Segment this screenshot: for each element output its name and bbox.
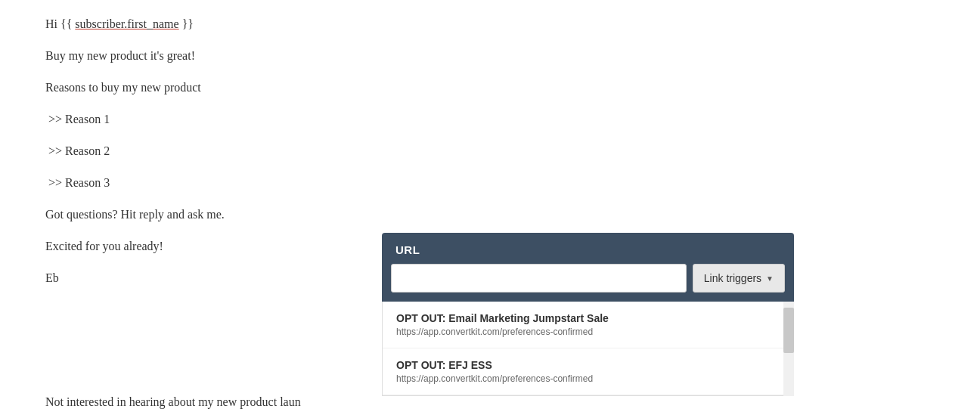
greeting-line: Hi {{ subscriber.first_name }} — [45, 15, 560, 33]
buy-line: Buy my new product it's great! — [45, 47, 560, 65]
dropdown-item-url-1: https://app.convertkit.com/preferences-c… — [396, 373, 772, 384]
url-popup-header: URL — [382, 233, 794, 264]
greeting-suffix: }} — [179, 17, 194, 30]
greeting-prefix: Hi {{ — [45, 17, 75, 30]
url-input[interactable] — [391, 264, 687, 293]
dropdown-item-title-0: OPT OUT: Email Marketing Jumpstart Sale — [396, 312, 772, 324]
link-triggers-arrow: ▼ — [766, 274, 774, 283]
link-triggers-label: Link triggers — [704, 272, 761, 284]
dropdown-item-title-1: OPT OUT: EFJ ESS — [396, 359, 772, 371]
url-popup: URL Link triggers ▼ OPT OUT: Email Marke… — [382, 233, 794, 396]
dropdown-wrapper: OPT OUT: Email Marketing Jumpstart Sale … — [382, 302, 794, 396]
link-triggers-button[interactable]: Link triggers ▼ — [693, 264, 785, 293]
reason-3: >> Reason 3 — [45, 174, 560, 192]
reasons-header: Reasons to buy my new product — [45, 79, 560, 97]
dropdown-item-1[interactable]: OPT OUT: EFJ ESS https://app.convertkit.… — [383, 348, 793, 395]
subscriber-tag: subscriber.first_name — [75, 17, 178, 30]
dropdown-list: OPT OUT: Email Marketing Jumpstart Sale … — [382, 302, 794, 396]
reason-2: >> Reason 2 — [45, 142, 560, 160]
dropdown-item-url-0: https://app.convertkit.com/preferences-c… — [396, 327, 772, 337]
url-input-row: Link triggers ▼ — [382, 264, 794, 302]
dropdown-item-0[interactable]: OPT OUT: Email Marketing Jumpstart Sale … — [383, 302, 793, 348]
scrollbar-thumb[interactable] — [783, 308, 794, 353]
scrollbar-track[interactable] — [783, 302, 794, 396]
questions-line: Got questions? Hit reply and ask me. — [45, 206, 560, 224]
reason-1: >> Reason 1 — [45, 110, 560, 128]
